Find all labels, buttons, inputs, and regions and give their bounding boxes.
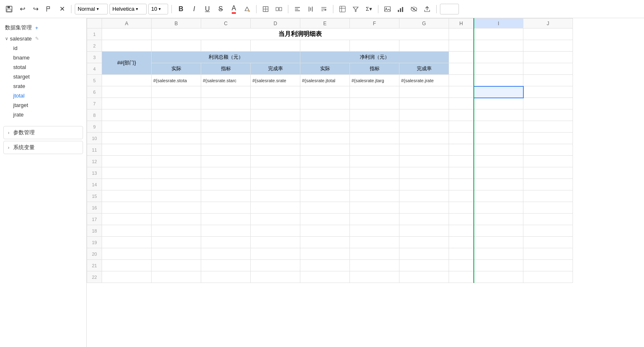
cell-a3-dept[interactable]: ##{部门} <box>102 52 152 75</box>
share-button[interactable] <box>421 3 433 15</box>
cell-c5[interactable]: #{salesrate.starc <box>201 75 251 86</box>
dataset-edit-icon[interactable]: ✎ <box>35 36 39 41</box>
col-c-header[interactable]: C <box>201 19 251 29</box>
size-select[interactable]: 10 ▾ <box>148 4 168 14</box>
selected-cell-i6[interactable] <box>474 86 523 98</box>
font-select[interactable]: Helvetica ▾ <box>109 4 147 14</box>
redo-button[interactable]: ↪ <box>30 3 41 15</box>
col-j-header[interactable]: J <box>523 19 573 29</box>
cell-e4[interactable]: 实际 <box>300 63 350 75</box>
cell-e3-jlr[interactable]: 净利润（元） <box>300 52 449 63</box>
field-starget[interactable]: starget <box>0 72 86 81</box>
undo-button[interactable]: ↩ <box>17 3 28 15</box>
cell-j1[interactable] <box>523 29 573 40</box>
field-jrate[interactable]: jrate <box>0 110 86 119</box>
cell-j5[interactable] <box>523 75 573 86</box>
field-id[interactable]: id <box>0 43 86 53</box>
cell-b3-lrzl[interactable]: 利润总额（元） <box>152 52 300 63</box>
cell-b1-title[interactable]: 当月利润明细表 <box>152 29 449 40</box>
cell-b2[interactable] <box>152 40 201 52</box>
underline-button[interactable]: U <box>202 3 213 15</box>
filter-button[interactable] <box>350 3 361 15</box>
flag-button[interactable] <box>43 3 55 15</box>
halign-button[interactable] <box>292 3 303 15</box>
cell-a2[interactable] <box>102 40 152 52</box>
col-g-header[interactable]: G <box>399 19 449 29</box>
field-jtotal[interactable]: jtotal <box>0 91 86 100</box>
cell-i3[interactable] <box>474 52 523 63</box>
row-5: 5 #{salesrate.stota #{salesrate.starc #{… <box>87 75 573 86</box>
cell-e2[interactable] <box>300 40 350 52</box>
strikethrough-button[interactable]: S <box>215 3 226 15</box>
cell-i2[interactable] <box>474 40 523 52</box>
col-a-header[interactable]: A <box>102 19 152 29</box>
row-7: 7 <box>87 98 573 109</box>
cell-h1[interactable] <box>449 29 474 40</box>
freeze-button[interactable] <box>337 3 348 15</box>
col-b-header[interactable]: B <box>152 19 201 29</box>
field-bname[interactable]: bname <box>0 53 86 62</box>
bold-button[interactable]: B <box>175 3 187 15</box>
sysvars-chevron-icon: › <box>8 145 10 150</box>
cell-h4[interactable] <box>449 63 474 75</box>
save-button[interactable] <box>3 3 15 15</box>
border-button[interactable] <box>260 3 271 15</box>
cell-h3[interactable] <box>449 52 474 63</box>
spreadsheet[interactable]: A B C D E F G H I J 1 当月利润明细表 <box>87 18 644 347</box>
valign-button[interactable] <box>305 3 316 15</box>
cell-f4[interactable]: 指标 <box>350 63 399 75</box>
field-stotal[interactable]: stotal <box>0 62 86 72</box>
field-jtarget[interactable]: jtarget <box>0 100 86 110</box>
cell-j3[interactable] <box>523 52 573 63</box>
fillcolor-button[interactable] <box>241 3 253 15</box>
cell-i4[interactable] <box>474 63 523 75</box>
cell-g2[interactable] <box>399 40 449 52</box>
svg-rect-26 <box>400 8 401 12</box>
col-h-header[interactable]: H <box>449 19 474 29</box>
cell-c4[interactable]: 指标 <box>201 63 251 75</box>
cell-f5[interactable]: #{salesrate.jtarg <box>350 75 399 86</box>
cell-c2[interactable] <box>201 40 251 52</box>
zoom-input[interactable]: 700 <box>440 4 459 14</box>
style-select[interactable]: Normal ▾ <box>75 4 108 14</box>
image-button[interactable] <box>382 3 393 15</box>
chart-button[interactable] <box>395 3 406 15</box>
cell-e5[interactable]: #{salesrate.jtotal <box>300 75 350 86</box>
add-dataset-button[interactable]: + <box>35 25 38 31</box>
cell-h2[interactable] <box>449 40 474 52</box>
cell-a1[interactable] <box>102 29 152 40</box>
cell-j4[interactable] <box>523 63 573 75</box>
cell-d4[interactable]: 完成率 <box>251 63 300 75</box>
sysvars-section[interactable]: › 系统变量 <box>3 141 83 154</box>
cell-f2[interactable] <box>350 40 399 52</box>
hide-button[interactable] <box>408 3 420 15</box>
cell-i1[interactable] <box>474 29 523 40</box>
cell-i5[interactable] <box>474 75 523 86</box>
formula-button[interactable]: Σ▾ <box>363 3 375 15</box>
col-f-header[interactable]: F <box>350 19 399 29</box>
style-chevron-icon: ▾ <box>97 7 99 11</box>
clear-button[interactable]: ✕ <box>56 3 68 15</box>
fontcolor-button[interactable]: A <box>228 3 240 15</box>
cell-d5[interactable]: #{salesrate.srate <box>251 75 300 86</box>
sysvars-label: 系统变量 <box>13 144 35 150</box>
rownum-5: 5 <box>87 75 102 86</box>
col-d-header[interactable]: D <box>251 19 300 29</box>
field-srate[interactable]: srate <box>0 81 86 91</box>
cell-a5[interactable] <box>102 75 152 86</box>
col-e-header[interactable]: E <box>300 19 350 29</box>
italic-button[interactable]: I <box>188 3 200 15</box>
cell-d2[interactable] <box>251 40 300 52</box>
cell-b5[interactable]: #{salesrate.stota <box>152 75 201 86</box>
separator-3 <box>256 5 257 13</box>
params-section[interactable]: › 参数管理 <box>3 126 83 139</box>
cell-b4[interactable]: 实际 <box>152 63 201 75</box>
cell-g4[interactable]: 完成率 <box>399 63 449 75</box>
merge-button[interactable] <box>273 3 285 15</box>
cell-j2[interactable] <box>523 40 573 52</box>
cell-g5[interactable]: #{salesrate.jrate <box>399 75 449 86</box>
col-i-header[interactable]: I <box>474 19 523 29</box>
cell-h5[interactable] <box>449 75 474 86</box>
wrap-button[interactable] <box>318 3 330 15</box>
dataset-chevron-icon[interactable]: ∨ <box>5 36 8 41</box>
